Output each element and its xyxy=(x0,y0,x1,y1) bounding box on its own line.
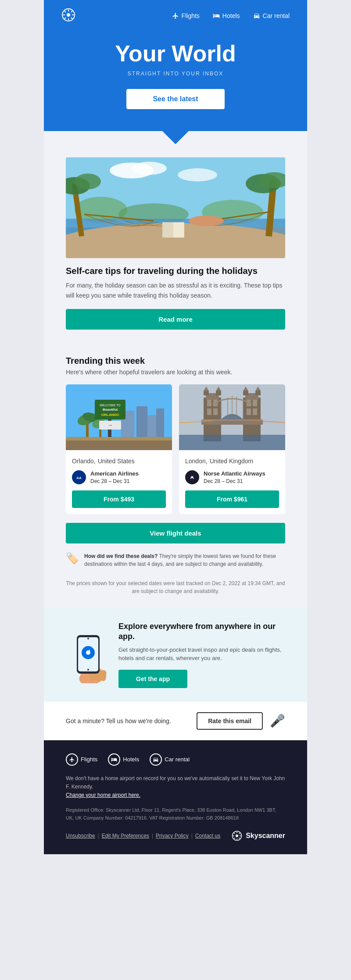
svg-line-104 xyxy=(234,838,235,839)
london-image xyxy=(179,384,285,450)
norse-airlines-logo xyxy=(185,470,199,484)
app-content: Explore everywhere from anywhere in our … xyxy=(118,621,285,688)
header-hero: Your World STRAIGHT INTO YOUR INBOX See … xyxy=(61,37,290,131)
header-nav: Flights Hotels Car rental xyxy=(61,8,290,37)
svg-point-29 xyxy=(132,162,167,175)
london-price-button[interactable]: From $961 xyxy=(185,490,279,508)
rate-section: Got a minute? Tell us how we're doing. R… xyxy=(44,701,307,740)
orlando-airline-row: AA American Airlines Dec 28 – Dec 31 xyxy=(72,470,166,485)
footer-flights[interactable]: Flights xyxy=(66,753,97,766)
article-section: Self-care tips for traveling during the … xyxy=(44,144,307,343)
change-airport-link[interactable]: Change your home airport here. xyxy=(66,792,140,798)
svg-line-8 xyxy=(64,18,66,19)
orlando-illustration: WELCOME TO Beautiful ORLANDO → xyxy=(66,384,172,450)
svg-line-103 xyxy=(239,833,240,834)
deals-note: 🏷️ How did we find these deals? They're … xyxy=(66,552,285,568)
footer-privacy[interactable]: Privacy Policy xyxy=(156,833,189,839)
rate-email-button[interactable]: Rate this email xyxy=(197,712,263,730)
phone-illustration xyxy=(66,626,110,683)
svg-rect-80 xyxy=(179,435,285,450)
skyscanner-brand-icon xyxy=(232,831,242,841)
orlando-price-button[interactable]: From $493 xyxy=(72,490,166,508)
svg-rect-58 xyxy=(213,408,218,415)
hotel-nav-icon xyxy=(213,12,220,19)
london-illustration xyxy=(179,384,285,450)
footer-nav: Flights Hotels Car rental xyxy=(66,753,285,766)
footer-legal: Registered Office: Skyscanner Ltd, Floor… xyxy=(66,806,285,822)
nav-hotels[interactable]: Hotels xyxy=(213,12,240,19)
aa-logo-icon: AA xyxy=(74,472,84,482)
footer-edit-prefs[interactable]: Edit My Preferences xyxy=(102,833,149,839)
article-illustration xyxy=(66,157,285,258)
plane-nav-icon xyxy=(172,12,179,19)
read-more-button[interactable]: Read more xyxy=(66,309,285,330)
svg-rect-68 xyxy=(253,408,257,415)
london-info: London, United Kingdom Norse Atl xyxy=(179,450,285,514)
svg-rect-24 xyxy=(162,222,173,238)
trending-section: Trending this week Here's where other ho… xyxy=(44,343,307,608)
footer-airport-note: We don't have a home airport on record f… xyxy=(66,774,285,800)
phone-svg xyxy=(68,626,107,683)
svg-line-101 xyxy=(234,833,235,834)
footer-unsubscribe[interactable]: Unsubscribe xyxy=(66,833,95,839)
svg-line-5 xyxy=(64,11,66,12)
deals-note-text: How did we find these deals? They're sim… xyxy=(84,552,285,568)
nav-links: Flights Hotels Car rental xyxy=(172,12,290,19)
app-section: Explore everywhere from anywhere in our … xyxy=(44,608,307,701)
svg-text:AA: AA xyxy=(76,476,82,480)
footer-car-icon xyxy=(150,753,162,766)
view-flights-button[interactable]: View flight deals xyxy=(66,523,285,543)
skyscanner-logo xyxy=(61,8,75,24)
svg-rect-70 xyxy=(255,391,261,395)
footer-contact[interactable]: Contact us xyxy=(195,833,220,839)
orlando-airline-info: American Airlines Dec 28 – Dec 31 xyxy=(90,470,139,485)
svg-rect-67 xyxy=(247,408,251,415)
destination-card-orlando: WELCOME TO Beautiful ORLANDO → xyxy=(66,384,172,514)
footer-plane-icon xyxy=(66,753,78,766)
nav-car-rental[interactable]: Car rental xyxy=(253,12,290,19)
nav-flights[interactable]: Flights xyxy=(172,12,200,19)
footer-car-rental[interactable]: Car rental xyxy=(150,753,190,766)
trending-description: Here's where other hopeful travelers are… xyxy=(66,369,285,376)
norse-logo-icon xyxy=(187,472,197,482)
footer-hotels[interactable]: Hotels xyxy=(108,753,139,766)
svg-point-93 xyxy=(86,650,90,655)
svg-text:Beautiful: Beautiful xyxy=(103,408,118,412)
microphone-emoji: 🎤 xyxy=(270,714,285,728)
article-description: For many, the holiday season can be as s… xyxy=(66,281,285,300)
get-app-button[interactable]: Get the app xyxy=(118,670,187,688)
trending-title: Trending this week xyxy=(66,356,285,366)
app-title: Explore everywhere from anywhere in our … xyxy=(118,621,285,642)
brand-name: Skyscanner xyxy=(246,832,285,840)
svg-point-22 xyxy=(189,216,224,226)
american-airlines-logo: AA xyxy=(72,470,86,484)
svg-text:→: → xyxy=(107,422,113,428)
footer-hotel-icon xyxy=(108,753,120,766)
svg-line-6 xyxy=(71,18,72,19)
svg-line-7 xyxy=(71,11,72,12)
rate-action-group: Rate this email 🎤 xyxy=(197,712,285,730)
svg-rect-94 xyxy=(87,669,89,671)
svg-point-105 xyxy=(236,834,238,837)
orlando-info: Orlando, United States AA American Airli… xyxy=(66,450,172,514)
see-latest-button[interactable]: See the latest xyxy=(126,89,224,109)
svg-point-95 xyxy=(87,638,89,639)
rate-prompt: Got a minute? Tell us how we're doing. xyxy=(66,717,171,724)
svg-rect-59 xyxy=(204,391,209,395)
article-title: Self-care tips for traveling during the … xyxy=(66,266,285,276)
svg-rect-48 xyxy=(66,439,172,450)
svg-rect-69 xyxy=(243,391,248,395)
destination-card-london: London, United Kingdom Norse Atl xyxy=(179,384,285,514)
orlando-image: WELCOME TO Beautiful ORLANDO → xyxy=(66,384,172,450)
car-nav-icon xyxy=(253,12,260,19)
footer-section: Flights Hotels Car rental xyxy=(44,740,307,855)
header-section: Flights Hotels Car rental Your World xyxy=(44,0,307,131)
footer-links: Unsubscribe | Edit My Preferences | Priv… xyxy=(66,831,285,841)
hero-subtitle: STRAIGHT INTO YOUR INBOX xyxy=(61,71,290,77)
footer-brand: Skyscanner xyxy=(232,831,285,841)
svg-text:ORLANDO: ORLANDO xyxy=(101,413,119,417)
svg-point-9 xyxy=(67,13,70,17)
hero-title: Your World xyxy=(61,41,290,66)
price-note: The prices shown for your selected dates… xyxy=(66,575,285,595)
orlando-name: Orlando, United States xyxy=(72,456,166,465)
